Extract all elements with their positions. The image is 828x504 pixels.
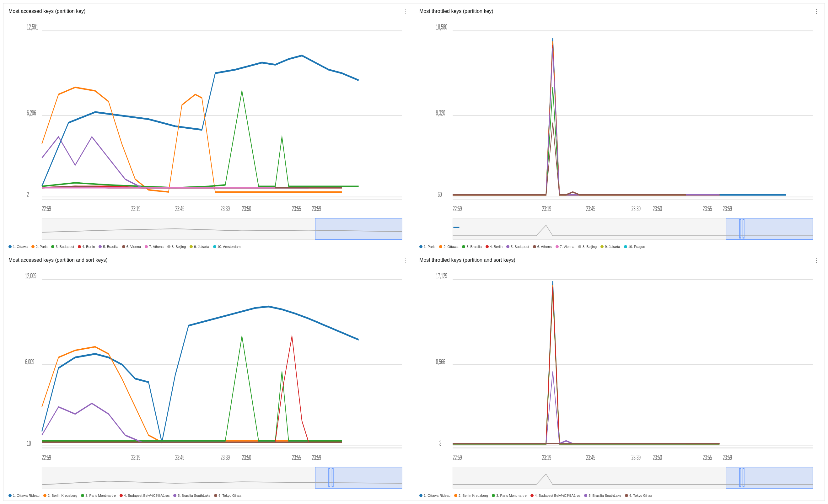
svg-text:23:39: 23:39 — [631, 204, 640, 213]
legend-dot-1-3 — [78, 245, 81, 248]
legend-label-2-6: 7. Vienna — [560, 245, 574, 249]
legend-label-3-4: 5. Brasilia SouthLake — [178, 494, 210, 497]
legend-label-2-2: 3. Brasilia — [466, 245, 482, 249]
chart-area-2: 18,580 9,320 60 22:59 23:19 23:39 23:59 … — [419, 17, 820, 249]
svg-text:23:59: 23:59 — [723, 204, 732, 213]
svg-text:17,129: 17,129 — [436, 271, 447, 280]
svg-text:23:19: 23:19 — [131, 453, 140, 462]
x-label-1-2: 23:39 — [221, 204, 230, 213]
legend-dot-4-4 — [584, 494, 587, 497]
panel-most-throttled-sort: Most throttled keys (partition and sort … — [414, 252, 825, 501]
svg-text:23:50: 23:50 — [242, 453, 251, 462]
legend-item-1-7: 8. Beijing — [167, 245, 186, 249]
legend-dot-2-2 — [462, 245, 465, 248]
legend-dot-4-0 — [419, 494, 422, 497]
legend-label-4-0: 1. Ottawa Rideau — [424, 494, 450, 497]
svg-text:12,009: 12,009 — [25, 271, 36, 280]
panel-menu-icon-1[interactable]: ⋮ — [403, 8, 409, 14]
panel-menu-icon-4[interactable]: ⋮ — [814, 257, 820, 263]
legend-dot-4-2 — [492, 494, 495, 497]
legend-item-4-5: 6. Tokyo Ginza — [625, 494, 652, 497]
legend-item-2-4: 5. Budapest — [506, 245, 529, 249]
legend-dot-3-2 — [81, 494, 84, 497]
legend-dot-3-0 — [8, 494, 12, 497]
legend-dot-2-9 — [624, 245, 627, 248]
legend-dot-3-3 — [120, 494, 123, 497]
legend-item-1-8: 9. Jakarta — [190, 245, 209, 249]
legend-label-4-2: 3. Paris Montmartre — [496, 494, 527, 497]
panel-header-1: Most accessed keys (partition key) ⋮ — [8, 8, 409, 14]
legend-dot-3-4 — [173, 494, 176, 497]
legend-label-1-6: 7. Athens — [149, 245, 164, 249]
legend-dot-2-1 — [439, 245, 442, 248]
svg-text:23:55: 23:55 — [703, 453, 712, 462]
svg-text:23:39: 23:39 — [631, 453, 640, 462]
svg-text:23:19: 23:19 — [542, 453, 551, 462]
svg-text:23:45: 23:45 — [586, 453, 595, 462]
legend-4: 1. Ottawa Rideau 2. Berlin Kreuzberg 3. … — [419, 494, 820, 497]
panel-title-2: Most throttled keys (partition key) — [419, 8, 493, 14]
legend-label-3-2: 3. Paris Montmartre — [85, 494, 116, 497]
legend-item-4-3: 4. Budapest Belv%C3%A1ros — [531, 494, 581, 497]
legend-label-3-0: 1. Ottawa Rideau — [13, 494, 40, 497]
legend-item-3-5: 6. Tokyo Ginza — [214, 494, 241, 497]
chart-area-1: 12,591 6,296 2 22:59 23:19 23:39 23:59 2… — [8, 17, 409, 249]
svg-text:23:19: 23:19 — [542, 204, 551, 213]
legend-item-2-7: 8. Beijing — [578, 245, 597, 249]
x-tick-1-50: 23:50 — [242, 204, 251, 213]
y-label-bot-2: 60 — [438, 190, 442, 199]
svg-text:23:59: 23:59 — [312, 453, 321, 462]
legend-item-1-9: 10. Amsterdam — [213, 245, 241, 249]
legend-dot-2-5 — [533, 245, 536, 248]
legend-dot-1-4 — [98, 245, 102, 248]
legend-item-1-1: 2. Paris — [31, 245, 47, 249]
legend-label-1-2: 3. Budapest — [55, 245, 74, 249]
svg-text:23:59: 23:59 — [723, 453, 732, 462]
legend-label-4-1: 2. Berlin Kreuzberg — [459, 494, 488, 497]
legend-2: 1. Paris 2. Ottawa 3. Brasilia 4. Berlin… — [419, 245, 820, 249]
legend-dot-1-2 — [51, 245, 54, 248]
legend-label-2-5: 6. Athens — [537, 245, 552, 249]
legend-item-1-3: 4. Berlin — [78, 245, 95, 249]
legend-label-3-3: 4. Budapest Belv%C3%A1ros — [124, 494, 170, 497]
chart-svg-2: 18,580 9,320 60 22:59 23:19 23:39 23:59 … — [419, 17, 820, 243]
legend-label-4-3: 4. Budapest Belv%C3%A1ros — [535, 494, 581, 497]
svg-text:23:55: 23:55 — [292, 453, 301, 462]
svg-text:23:45: 23:45 — [175, 453, 184, 462]
svg-text:10: 10 — [27, 439, 31, 448]
svg-text:23:39: 23:39 — [221, 453, 230, 462]
legend-label-2-0: 1. Paris — [424, 245, 436, 249]
legend-item-2-8: 9. Jakarta — [601, 245, 620, 249]
legend-dot-4-3 — [531, 494, 534, 497]
legend-label-1-1: 2. Paris — [36, 245, 47, 249]
legend-label-2-9: 10. Prague — [628, 245, 645, 249]
legend-label-1-0: 1. Ottawa — [13, 245, 28, 249]
x-label-1-0: 22:59 — [42, 204, 51, 213]
legend-label-1-4: 5. Brasilia — [103, 245, 118, 249]
chart-svg-1: 12,591 6,296 2 22:59 23:19 23:39 23:59 2… — [8, 17, 409, 243]
svg-text:23:50: 23:50 — [653, 204, 662, 213]
panel-title-4: Most throttled keys (partition and sort … — [419, 257, 515, 263]
legend-label-2-1: 2. Ottawa — [444, 245, 458, 249]
legend-dot-2-0 — [419, 245, 422, 248]
legend-dot-2-4 — [506, 245, 509, 248]
chart-area-4: 17,129 8,566 3 22:59 23:19 23:39 23:59 2… — [419, 265, 820, 497]
legend-item-3-1: 2. Berlin Kreuzberg — [43, 494, 77, 497]
chart-svg-4: 17,129 8,566 3 22:59 23:19 23:39 23:59 2… — [419, 265, 820, 492]
panel-menu-icon-2[interactable]: ⋮ — [814, 8, 820, 14]
legend-dot-3-5 — [214, 494, 217, 497]
legend-dot-2-7 — [578, 245, 581, 248]
x-tick-1-55: 23:55 — [292, 204, 301, 213]
panel-menu-icon-3[interactable]: ⋮ — [403, 257, 409, 263]
x-tick-1-45: 23:45 — [175, 204, 184, 213]
legend-item-1-6: 7. Athens — [145, 245, 164, 249]
svg-rect-37 — [316, 467, 402, 488]
legend-item-1-2: 3. Budapest — [51, 245, 74, 249]
legend-item-2-6: 7. Vienna — [555, 245, 574, 249]
legend-item-1-0: 1. Ottawa — [8, 245, 28, 249]
legend-item-4-2: 3. Paris Montmartre — [492, 494, 527, 497]
legend-dot-2-8 — [601, 245, 604, 248]
legend-dot-1-8 — [190, 245, 193, 248]
legend-dot-4-5 — [625, 494, 628, 497]
legend-item-3-0: 1. Ottawa Rideau — [8, 494, 40, 497]
